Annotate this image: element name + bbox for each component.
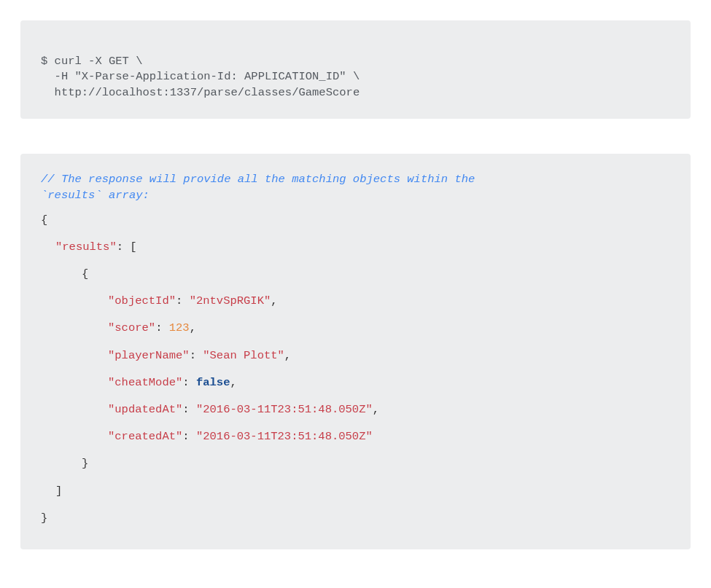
curl-line-3: http://localhost:1337/parse/classes/Game… bbox=[41, 86, 360, 99]
colon: : bbox=[155, 321, 169, 334]
comma: , bbox=[230, 376, 236, 389]
colon: : bbox=[182, 403, 196, 416]
comma: , bbox=[284, 349, 291, 362]
key-updatedAt: "updatedAt" bbox=[108, 403, 182, 416]
response-comment-2: `results` array: bbox=[41, 189, 149, 202]
comma: , bbox=[373, 403, 379, 416]
val-createdAt: "2016-03-11T23:51:48.050Z" bbox=[196, 430, 373, 443]
key-playerName: "playerName" bbox=[108, 349, 190, 362]
val-score: 123 bbox=[169, 321, 190, 334]
curl-line-2: -H "X-Parse-Application-Id: APPLICATION_… bbox=[41, 70, 360, 83]
response-comment-1: // The response will provide all the mat… bbox=[41, 173, 475, 186]
response-json-block: // The response will provide all the mat… bbox=[20, 154, 691, 549]
brace-close-inner: } bbox=[82, 457, 88, 470]
colon: : bbox=[190, 349, 203, 362]
colon: : bbox=[117, 240, 131, 254]
key-createdAt: "createdAt" bbox=[108, 430, 182, 443]
val-playerName: "Sean Plott" bbox=[203, 349, 284, 362]
comma: , bbox=[271, 294, 277, 307]
val-updatedAt: "2016-03-11T23:51:48.050Z" bbox=[196, 403, 373, 416]
val-objectId: "2ntvSpRGIK" bbox=[190, 294, 271, 307]
brace-open-inner: { bbox=[82, 267, 88, 281]
colon: : bbox=[182, 430, 196, 443]
comma: , bbox=[190, 321, 196, 334]
brace-close: } bbox=[41, 511, 47, 525]
curl-command-block: $ curl -X GET \ -H "X-Parse-Application-… bbox=[20, 20, 691, 119]
colon: : bbox=[182, 376, 196, 389]
key-cheatMode: "cheatMode" bbox=[108, 376, 182, 389]
key-objectId: "objectId" bbox=[108, 294, 176, 307]
key-score: "score" bbox=[108, 321, 155, 334]
bracket-open: [ bbox=[130, 240, 136, 254]
curl-line-1: $ curl -X GET \ bbox=[41, 55, 143, 68]
bracket-close: ] bbox=[55, 485, 62, 498]
colon: : bbox=[176, 294, 190, 307]
key-results: "results" bbox=[55, 240, 117, 254]
brace-open: { bbox=[41, 213, 47, 227]
val-cheatMode: false bbox=[196, 376, 230, 389]
